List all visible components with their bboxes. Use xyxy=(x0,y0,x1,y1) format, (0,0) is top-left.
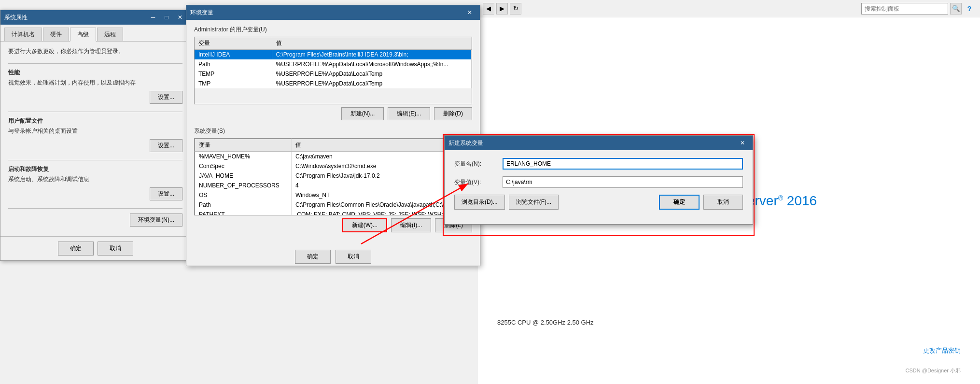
startup-desc: 系统启动、系统故障和调试信息 xyxy=(8,175,182,184)
performance-desc: 视觉效果，处理器计划，内存使用，以及虚拟内存 xyxy=(8,79,182,87)
sys-props-bottom-buttons: 确定 取消 xyxy=(0,236,190,260)
performance-settings-btn[interactable]: 设置... xyxy=(150,91,182,104)
performance-title: 性能 xyxy=(8,69,182,77)
user-vars-buttons: 新建(N)... 编辑(E)... 删除(D) xyxy=(194,107,472,120)
sys-var-row[interactable]: PathC:\Program Files\Common Files\Oracle… xyxy=(195,200,472,210)
toolbar: ◀ ▶ ↻ 🔍 ? xyxy=(478,0,980,17)
env-vars-window: 环境变量 ✕ Administrator 的用户变量(U) 变量 值 Intel… xyxy=(186,5,480,266)
user-var-name: TEMP xyxy=(195,69,272,79)
user-vars-section-title: Administrator 的用户变量(U) xyxy=(194,26,472,34)
var-value-input[interactable] xyxy=(503,176,743,188)
new-var-cancel-btn[interactable]: 取消 xyxy=(703,195,743,210)
user-delete-btn[interactable]: 删除(D) xyxy=(434,107,472,120)
sys-edit-btn[interactable]: 编辑(I)... xyxy=(391,218,431,232)
var-name-row: 变量名(N): xyxy=(454,158,743,170)
startup-recovery-section: 启动和故障恢复 系统启动、系统故障和调试信息 设置... xyxy=(8,165,182,200)
sys-props-titlebar: 系统属性 ─ □ ✕ xyxy=(0,10,190,25)
env-vars-body: Administrator 的用户变量(U) 变量 值 IntelliJ IDE… xyxy=(186,20,480,245)
sys-var-row[interactable]: PATHEXT.COM;.EXE;.BAT;.CMD;.VBS;.VBE;.JS… xyxy=(195,210,472,215)
performance-section: 性能 视觉效果，处理器计划，内存使用，以及虚拟内存 设置... xyxy=(8,69,182,104)
tab-computer-name[interactable]: 计算机名 xyxy=(4,28,42,41)
watermark: CSDN @Designer 小邪 xyxy=(906,367,961,374)
var-value-label: 变量值(V): xyxy=(454,178,498,186)
new-var-controls: ✕ xyxy=(736,138,749,148)
startup-settings-btn[interactable]: 设置... xyxy=(150,187,182,200)
search-input[interactable] xyxy=(861,3,948,14)
user-var-row[interactable]: Path%USERPROFILE%\AppData\Local\Microsof… xyxy=(195,59,472,69)
user-var-row[interactable]: TMP%USERPROFILE%\AppData\Local\Temp xyxy=(195,79,472,88)
sys-var-name: PATHEXT xyxy=(195,210,292,215)
sys-var-row[interactable]: %MAVEN_HOME%C:\java\maven xyxy=(195,152,472,162)
sys-var-name: JAVA_HOME xyxy=(195,171,292,181)
user-var-name: Path xyxy=(195,59,272,69)
user-var-name: IntelliJ IDEA xyxy=(195,50,272,60)
back-btn[interactable]: ◀ xyxy=(483,3,494,14)
user-var-row[interactable]: IntelliJ IDEAC:\Program Files\JetBrains\… xyxy=(195,50,472,60)
user-new-btn[interactable]: 新建(N)... xyxy=(341,107,384,120)
user-var-row[interactable]: TEMP%USERPROFILE%\AppData\Local\Temp xyxy=(195,69,472,79)
new-var-close-btn[interactable]: ✕ xyxy=(736,138,749,148)
user-col-val: 值 xyxy=(272,37,472,50)
env-vars-title: 环境变量 xyxy=(190,9,463,17)
refresh-btn[interactable]: ↻ xyxy=(510,3,521,14)
help-button[interactable]: ? xyxy=(964,3,975,14)
sys-new-btn[interactable]: 新建(W)... xyxy=(342,218,387,232)
startup-title: 启动和故障恢复 xyxy=(8,165,182,173)
sys-var-name: ComSpec xyxy=(195,161,292,171)
sys-col-var: 变量 xyxy=(195,139,292,152)
new-var-body: 变量名(N): 变量值(V): 浏览目录(D)... 浏览文件(F)... 确定… xyxy=(445,150,753,224)
browse-file-btn[interactable]: 浏览文件(F)... xyxy=(509,195,559,210)
sys-vars-buttons: 新建(W)... 编辑(I)... 删除(L) xyxy=(194,218,472,232)
user-profile-title: 用户配置文件 xyxy=(8,117,182,125)
minimize-button[interactable]: ─ xyxy=(147,13,159,22)
warning-text: 要进行大多数更改，你必须作为管理员登录。 xyxy=(8,47,182,56)
sys-props-cancel-btn[interactable]: 取消 xyxy=(98,242,133,256)
env-cancel-btn[interactable]: 取消 xyxy=(336,250,371,264)
user-profile-section: 用户配置文件 与登录帐户相关的桌面设置 设置... xyxy=(8,117,182,152)
new-var-dialog: 新建系统变量 ✕ 变量名(N): 变量值(V): 浏览目录(D)... 浏览文件… xyxy=(444,135,753,225)
env-vars-controls: ✕ xyxy=(463,8,476,17)
sys-props-title: 系统属性 xyxy=(4,14,147,22)
user-edit-btn[interactable]: 编辑(E)... xyxy=(388,107,430,120)
sys-var-name: NUMBER_OF_PROCESSORS xyxy=(195,181,292,190)
user-var-val: %USERPROFILE%\AppData\Local\Temp xyxy=(272,79,472,88)
sys-var-row[interactable]: JAVA_HOMEC:\Program Files\Java\jdk-17.0.… xyxy=(195,171,472,181)
new-var-title: 新建系统变量 xyxy=(448,139,736,147)
env-vars-titlebar: 环境变量 ✕ xyxy=(186,5,480,20)
sys-var-row[interactable]: NUMBER_OF_PROCESSORS4 xyxy=(195,181,472,190)
user-vars-table: 变量 值 IntelliJ IDEAC:\Program Files\JetBr… xyxy=(195,37,472,88)
sys-var-name: OS xyxy=(195,190,292,200)
maximize-button[interactable]: □ xyxy=(160,13,173,22)
browse-dir-btn[interactable]: 浏览目录(D)... xyxy=(454,195,505,210)
close-button[interactable]: ✕ xyxy=(174,13,186,22)
tabs-bar: 计算机名 硬件 高级 远程 xyxy=(0,25,190,42)
sys-props-window: 系统属性 ─ □ ✕ 计算机名 硬件 高级 远程 要进行大多数更改，你必须作为管… xyxy=(0,10,191,261)
sys-props-body: 要进行大多数更改，你必须作为管理员登录。 性能 视觉效果，处理器计划，内存使用，… xyxy=(0,42,190,236)
sys-vars-section-title: 系统变量(S) xyxy=(194,127,472,135)
forward-btn[interactable]: ▶ xyxy=(496,3,508,14)
user-var-name: TMP xyxy=(195,79,272,88)
env-vars-bottom-buttons: 确定 取消 xyxy=(186,245,480,266)
change-key-link[interactable]: 更改产品密钥 xyxy=(923,346,961,355)
sys-props-ok-btn[interactable]: 确定 xyxy=(58,242,94,256)
user-vars-table-container: 变量 值 IntelliJ IDEAC:\Program Files\JetBr… xyxy=(194,37,472,104)
var-value-row: 变量值(V): xyxy=(454,176,743,188)
user-var-val: C:\Program Files\JetBrains\IntelliJ IDEA… xyxy=(272,50,472,60)
env-vars-btn[interactable]: 环境变量(N)... xyxy=(130,213,182,227)
user-var-val: %USERPROFILE%\AppData\Local\Temp xyxy=(272,69,472,79)
sys-var-row[interactable]: ComSpecC:\Windows\system32\cmd.exe xyxy=(195,161,472,171)
sys-var-row[interactable]: OSWindows_NT xyxy=(195,190,472,200)
tab-remote[interactable]: 远程 xyxy=(97,28,123,41)
var-name-label: 变量名(N): xyxy=(454,160,498,168)
cpu-info: 8255C CPU @ 2.50GHz 2.50 GHz xyxy=(497,319,594,326)
var-name-input[interactable] xyxy=(503,158,743,170)
tab-hardware[interactable]: 硬件 xyxy=(43,28,69,41)
sys-var-name: Path xyxy=(195,200,292,210)
search-button[interactable]: 🔍 xyxy=(950,3,962,14)
tab-advanced[interactable]: 高级 xyxy=(70,28,96,42)
env-vars-close-btn[interactable]: ✕ xyxy=(463,8,476,17)
user-profile-settings-btn[interactable]: 设置... xyxy=(150,139,182,152)
new-var-ok-btn[interactable]: 确定 xyxy=(659,195,700,210)
env-ok-btn[interactable]: 确定 xyxy=(295,250,331,264)
new-var-titlebar: 新建系统变量 ✕ xyxy=(445,136,753,150)
